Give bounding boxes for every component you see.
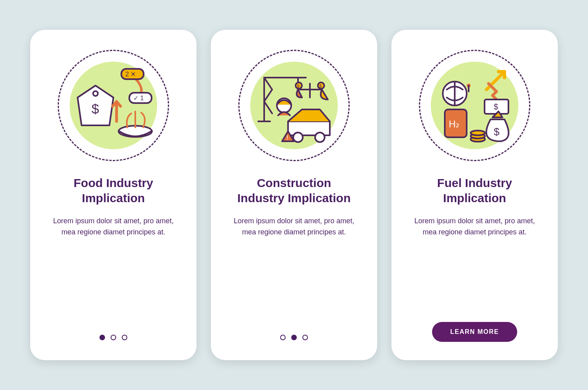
svg-text:2 ✕: 2 ✕ bbox=[125, 71, 136, 78]
svg-text:$: $ bbox=[494, 126, 500, 138]
dot-1[interactable] bbox=[280, 335, 286, 340]
svg-text:$: $ bbox=[494, 102, 498, 111]
svg-point-13 bbox=[315, 133, 325, 142]
onboarding-card-construction: $ $ ! Construction Industry Implic bbox=[211, 30, 377, 360]
svg-text:H₂: H₂ bbox=[449, 119, 459, 129]
dot-3[interactable] bbox=[122, 335, 127, 340]
dot-2[interactable] bbox=[111, 335, 116, 340]
card-title: Fuel Industry Implication bbox=[437, 176, 512, 205]
svg-text:$: $ bbox=[92, 101, 99, 116]
onboarding-row: $ 2 ✕ ✓ 1 Food Industry bbox=[30, 30, 558, 360]
svg-text:$: $ bbox=[297, 84, 300, 88]
page-indicator bbox=[280, 335, 308, 340]
card-description: Lorem ipsum dolor sit amet, pro amet, me… bbox=[52, 216, 175, 238]
fuel-icon: H₂ $ $ bbox=[419, 50, 530, 161]
food-price-icon: $ 2 ✕ ✓ 1 bbox=[58, 50, 169, 161]
learn-more-button[interactable]: LEARN MORE bbox=[432, 322, 518, 342]
svg-point-12 bbox=[293, 133, 303, 142]
dot-3[interactable] bbox=[302, 335, 308, 340]
card-description: Lorem ipsum dolor sit amet, pro amet, me… bbox=[232, 216, 356, 238]
card-title: Food Industry Implication bbox=[74, 176, 153, 205]
svg-text:✓ 1: ✓ 1 bbox=[133, 95, 144, 101]
page-indicator bbox=[99, 335, 127, 340]
onboarding-card-fuel: H₂ $ $ Fuel Industry Implication Lorem i… bbox=[391, 30, 558, 360]
card-description: Lorem ipsum dolor sit amet, pro amet, me… bbox=[413, 216, 536, 238]
dot-1[interactable] bbox=[99, 335, 105, 340]
dot-2[interactable] bbox=[291, 335, 297, 340]
onboarding-card-food: $ 2 ✕ ✓ 1 Food Industry bbox=[30, 30, 197, 360]
svg-point-24 bbox=[471, 131, 485, 135]
construction-icon: $ $ ! bbox=[238, 50, 350, 161]
svg-text:$: $ bbox=[319, 84, 322, 88]
card-title: Construction Industry Implication bbox=[237, 176, 350, 205]
svg-text:!: ! bbox=[286, 135, 288, 141]
